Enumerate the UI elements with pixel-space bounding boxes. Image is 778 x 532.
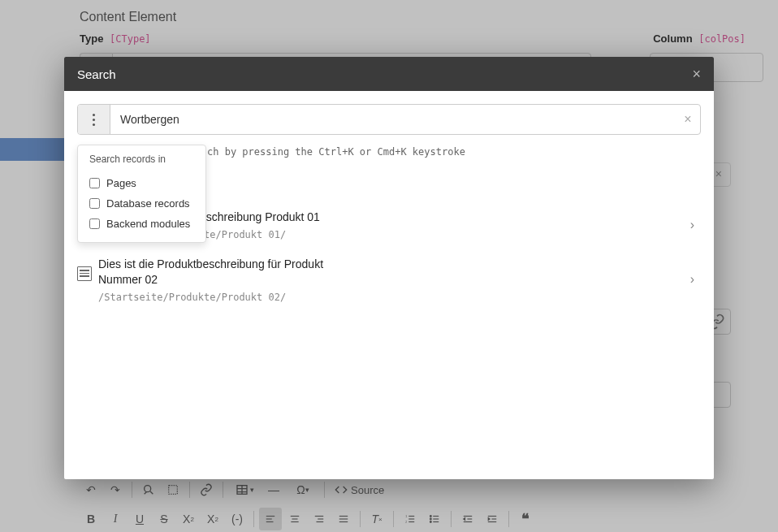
modal-body: × ch by pressing the Ctrl+K or Cmd+K key… <box>64 91 714 327</box>
bullet-list-button[interactable] <box>423 508 446 530</box>
blockquote-button[interactable]: ❝ <box>514 508 537 530</box>
indent-button[interactable] <box>481 508 504 530</box>
chevron-right-icon: › <box>684 272 701 287</box>
result-title: Dies ist die Produktbeschreibung für Pro… <box>98 257 350 288</box>
result-title: eschreibung Produkt 01 <box>200 210 452 226</box>
table-button[interactable]: ▾ <box>228 478 261 501</box>
remove-format-button[interactable]: T× <box>365 508 388 530</box>
source-label: Source <box>351 484 384 496</box>
type-label: Type <box>80 32 103 45</box>
chevron-right-icon: › <box>684 218 701 232</box>
filter-checkbox-pages[interactable] <box>89 178 100 188</box>
search-clear-button[interactable]: × <box>676 105 700 134</box>
column-label: Column <box>653 32 692 45</box>
filter-option-pages[interactable]: Pages <box>89 173 194 193</box>
undo-button[interactable]: ↶ <box>80 478 102 501</box>
search-modal: Search × × ch by pressing the Ctrl+K or … <box>64 57 714 479</box>
superscript-button[interactable]: X2 <box>201 508 224 530</box>
svg-point-24 <box>430 518 431 520</box>
filter-checkbox-database-records[interactable] <box>89 198 100 209</box>
soft-hyphen-button[interactable]: (-) <box>226 508 249 530</box>
filter-label: Pages <box>106 177 136 189</box>
select-all-button[interactable] <box>162 478 184 501</box>
dropdown-title: Search records in <box>89 154 194 165</box>
vertical-dots-icon <box>93 114 95 126</box>
filter-option-database-records[interactable]: Database records <box>89 193 194 214</box>
svg-rect-1 <box>169 486 178 495</box>
underline-button[interactable]: U <box>128 508 151 530</box>
result-path: /Startseite/Produkte/Produkt 02/ <box>98 292 677 303</box>
filter-label: Database records <box>106 197 190 210</box>
source-button[interactable]: Source <box>330 483 389 496</box>
svg-point-25 <box>430 521 431 523</box>
result-content: Dies ist die Produktbeschreibung für Pro… <box>98 257 677 303</box>
modal-header: Search × <box>64 57 714 91</box>
align-justify-button[interactable] <box>332 508 355 530</box>
search-input[interactable] <box>110 105 676 134</box>
rich-text-editor-toolbar: ↶ ↷ ▾ — Ω ▾ Source <box>80 475 731 532</box>
align-left-button[interactable] <box>259 508 282 530</box>
close-icon[interactable]: × <box>715 167 722 180</box>
subscript-button[interactable]: X2 <box>177 508 200 530</box>
find-replace-button[interactable] <box>137 478 160 501</box>
content-element-heading: Content Element <box>80 10 763 24</box>
special-char-button[interactable]: Ω ▾ <box>287 478 319 501</box>
outdent-button[interactable] <box>456 508 479 530</box>
align-right-button[interactable] <box>308 508 331 530</box>
numbered-list-button[interactable]: 12 <box>399 508 421 530</box>
modal-title: Search <box>77 67 116 81</box>
strikethrough-button[interactable]: S <box>153 508 175 530</box>
filter-checkbox-backend-modules[interactable] <box>89 218 100 229</box>
horizontal-rule-button[interactable]: — <box>262 478 285 501</box>
content-element-icon <box>77 266 92 281</box>
align-center-button[interactable] <box>283 508 306 530</box>
search-result-item[interactable]: Dies ist die Produktbeschreibung für Pro… <box>77 252 701 314</box>
link-button[interactable] <box>195 478 218 501</box>
italic-button[interactable]: I <box>104 508 127 530</box>
column-fieldname: [colPos] <box>698 33 746 45</box>
type-fieldname: [CType] <box>110 33 151 45</box>
svg-text:2: 2 <box>405 521 407 524</box>
filter-label: Backend modules <box>106 218 190 230</box>
svg-point-23 <box>430 516 431 517</box>
modal-close-button[interactable]: × <box>692 67 701 81</box>
field-labels-row: Type [CType] Column [colPos] <box>80 32 763 45</box>
search-filter-toggle[interactable] <box>78 105 110 134</box>
filter-option-backend-modules[interactable]: Backend modules <box>89 214 194 234</box>
redo-button[interactable]: ↷ <box>104 478 127 501</box>
bold-button[interactable]: B <box>80 508 102 530</box>
svg-point-0 <box>145 486 151 492</box>
search-input-row: × <box>77 104 701 135</box>
svg-text:1: 1 <box>405 515 407 518</box>
sidebar-active-indicator <box>0 138 65 161</box>
search-filter-dropdown: Search records in Pages Database records… <box>77 145 206 243</box>
